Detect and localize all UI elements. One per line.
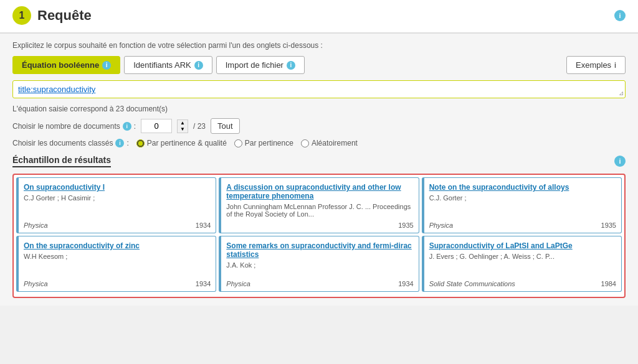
result-card-6-title[interactable]: Supraconductivity of LaPtSI and LaPtGe <box>429 241 616 250</box>
tab-equation-info-icon: i <box>102 61 111 70</box>
result-card-6: Supraconductivity of LaPtSI and LaPtGe J… <box>422 236 622 292</box>
doc-count-stepper: ▲ ▼ <box>177 119 188 133</box>
result-card-2-footer: 1935 <box>226 222 413 229</box>
tab-equation[interactable]: Équation booléenne i <box>12 56 120 74</box>
result-card-2-authors: John Cunningham McLennan Professor J. C.… <box>226 203 413 218</box>
result-card-4-journal: Physica <box>24 280 48 287</box>
result-card-1-year: 1934 <box>196 222 211 229</box>
tab-ark-info-icon: i <box>194 61 203 70</box>
result-card-5: Some remarks on supraconductivity and fe… <box>219 236 419 292</box>
result-card-1-journal: Physica <box>24 222 48 229</box>
tout-button[interactable]: Tout <box>211 118 240 134</box>
tab-import-label: Import de fichier <box>226 60 283 70</box>
result-card-1: On supraconductivity I C.J Gorter ; H Ca… <box>16 177 216 233</box>
tab-ark[interactable]: Identifiants ARK i <box>124 56 212 74</box>
result-card-4: On the supraconductivity of zinc W.H Kee… <box>16 236 216 292</box>
result-card-3-year: 1935 <box>601 222 616 229</box>
sort-info-icon[interactable]: i <box>115 139 124 147</box>
result-card-1-footer: Physica 1934 <box>24 222 211 229</box>
results-info-icon[interactable]: i <box>614 156 626 167</box>
tabs-row: Équation booléenne i Identifiants ARK i … <box>12 56 626 74</box>
result-card-3: Note on the supraconductivity of alloys … <box>422 177 622 233</box>
sort-option-aleatoirement[interactable]: Aléatoirement <box>301 139 358 147</box>
tab-import[interactable]: Import de fichier i <box>216 56 305 74</box>
doc-count-label: Choisir le nombre de documents i : <box>12 122 136 131</box>
search-input[interactable] <box>18 85 620 94</box>
result-card-2-title[interactable]: A discussion on supraconductivity and ot… <box>226 183 413 200</box>
results-grid: On supraconductivity I C.J Gorter ; H Ca… <box>12 174 626 298</box>
result-card-1-title[interactable]: On supraconductivity I <box>24 183 211 192</box>
doc-count-info-icon[interactable]: i <box>123 122 131 131</box>
header-section: 1 Requête i <box>0 0 638 34</box>
result-card-6-authors: J. Evers ; G. Oehlinger ; A. Weiss ; C. … <box>429 253 616 260</box>
result-card-3-footer: Physica 1935 <box>429 222 616 229</box>
result-card-2: A discussion on supraconductivity and ot… <box>219 177 419 233</box>
result-card-5-year: 1934 <box>398 280 413 287</box>
step-badge: 1 <box>12 6 31 25</box>
sort-option-pertinence-qualite[interactable]: Par pertinence & qualité <box>136 139 227 147</box>
result-card-5-footer: Physica 1934 <box>226 280 413 287</box>
result-card-2-year: 1935 <box>398 222 413 229</box>
doc-count-input[interactable] <box>141 119 172 133</box>
result-card-4-title[interactable]: On the supraconductivity of zinc <box>24 241 211 250</box>
stepper-up[interactable]: ▲ <box>178 120 188 126</box>
result-card-6-journal: Solid State Communications <box>429 280 515 287</box>
search-input-wrapper: ⊿ <box>12 80 626 98</box>
result-card-3-journal: Physica <box>429 222 454 229</box>
header-title: 1 Requête <box>12 6 92 25</box>
exemples-button[interactable]: Exemples i <box>566 56 626 74</box>
results-row-2: On the supraconductivity of zinc W.H Kee… <box>16 236 622 292</box>
stepper-down[interactable]: ▼ <box>178 126 188 133</box>
equation-info-text: L'équation saisie correspond à 23 docume… <box>12 105 626 113</box>
main-content: Explicitez le corpus souhaité en fonctio… <box>0 34 638 306</box>
result-card-5-authors: J.A. Kok ; <box>226 261 413 269</box>
sort-label: Choisir les documents classés i : <box>12 139 129 147</box>
result-card-5-journal: Physica <box>226 280 250 287</box>
exemples-info-icon: i <box>614 60 616 70</box>
result-card-4-authors: W.H Keesom ; <box>24 253 211 260</box>
result-card-3-authors: C.J. Gorter ; <box>429 194 616 202</box>
subtitle-text: Explicitez le corpus souhaité en fonctio… <box>12 41 626 50</box>
tab-equation-label: Équation booléenne <box>22 60 99 70</box>
page-container: 1 Requête i Explicitez le corpus souhait… <box>0 0 638 306</box>
result-card-5-title[interactable]: Some remarks on supraconductivity and fe… <box>226 241 413 259</box>
header-info-icon[interactable]: i <box>614 10 626 21</box>
result-card-3-title[interactable]: Note on the supraconductivity of alloys <box>429 183 616 192</box>
tab-ark-label: Identifiants ARK <box>133 60 191 70</box>
result-card-4-year: 1934 <box>196 280 211 287</box>
page-title: Requête <box>37 7 92 24</box>
results-section-header: Échantillon de résultats i <box>12 155 626 167</box>
results-section-title: Échantillon de résultats <box>12 155 111 167</box>
sort-row: Choisir les documents classés i : Par pe… <box>12 139 626 147</box>
result-card-1-authors: C.J Gorter ; H Casimir ; <box>24 194 211 202</box>
exemples-label: Exemples <box>576 60 611 70</box>
result-card-6-year: 1984 <box>601 280 616 287</box>
sort-radio-group: Par pertinence & qualité Par pertinence … <box>136 139 358 147</box>
results-row-1: On supraconductivity I C.J Gorter ; H Ca… <box>16 177 622 233</box>
doc-count-total: / 23 <box>193 122 206 131</box>
sort-option-pertinence[interactable]: Par pertinence <box>234 139 293 147</box>
resize-handle: ⊿ <box>619 90 624 96</box>
doc-count-row: Choisir le nombre de documents i : ▲ ▼ /… <box>12 118 626 134</box>
result-card-4-footer: Physica 1934 <box>24 280 211 287</box>
tab-import-info-icon: i <box>287 61 295 70</box>
result-card-6-footer: Solid State Communications 1984 <box>429 280 616 287</box>
